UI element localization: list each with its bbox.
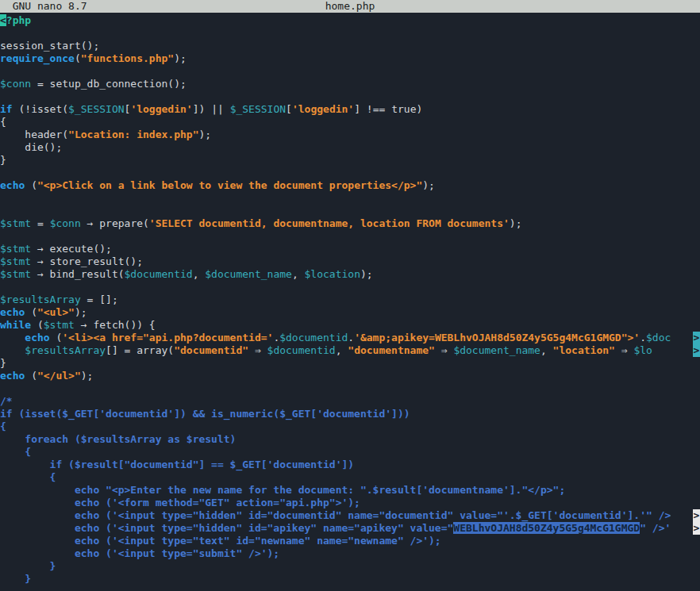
code-segment: echo: [0, 179, 25, 191]
code-line: echo ("<p>Click on a link below to view …: [0, 179, 700, 192]
code-segment: (: [25, 370, 37, 382]
code-segment: $documentid: [125, 268, 193, 280]
code-segment: .: [640, 332, 646, 343]
code-segment: echo: [0, 306, 25, 318]
code-line: [0, 167, 700, 179]
code-line: }: [0, 357, 700, 370]
code-segment: "documentid": [174, 344, 248, 356]
code-segment: $documentid: [279, 332, 348, 343]
code-line: [0, 281, 700, 294]
code-segment: echo: [0, 370, 25, 382]
code-line: if (isset($_GET['documentid']) && is_num…: [0, 408, 700, 420]
code-line: $stmt → execute();: [0, 243, 700, 255]
code-segment: "</ul>": [37, 370, 81, 382]
code-segment: $stmt: [0, 243, 31, 255]
code-line: {: [0, 446, 700, 459]
code-line: <?php: [0, 14, 700, 27]
line-truncation-marker-icon: >: [693, 344, 700, 357]
line-truncation-marker-icon: >: [693, 522, 700, 535]
code-line: while ($stmt → fetch()) {: [0, 319, 700, 332]
code-segment: ,: [193, 268, 206, 280]
code-line: /*: [0, 395, 700, 408]
code-line: session_start();: [0, 40, 700, 52]
code-segment: =: [31, 217, 49, 229]
code-segment: → bind_result(: [31, 268, 124, 280]
code-line: {: [0, 420, 700, 433]
code-segment: }: [0, 154, 6, 166]
code-segment: echo ('<input type="hidden" id="document…: [0, 509, 671, 521]
code-segment: }: [0, 357, 6, 369]
code-line: echo ("<ul>");: [0, 306, 700, 319]
code-line: {: [0, 471, 700, 484]
code-segment: {: [0, 471, 56, 483]
code-segment: echo ('<input type="hidden" id="apikey" …: [0, 522, 453, 534]
code-segment: if: [0, 103, 13, 115]
code-segment: echo "<p>Enter the new name for the docu…: [0, 484, 565, 496]
code-line: [0, 90, 700, 103]
code-line: echo ('<form method="GET" action="api.ph…: [0, 497, 700, 509]
line-truncation-marker-icon: >: [693, 509, 700, 522]
code-segment: );: [75, 306, 87, 318]
code-segment: $location: [305, 268, 360, 280]
code-segment: $doc: [646, 332, 671, 343]
code-segment: $resultsArray: [25, 344, 106, 356]
code-line: echo ('<input type="text" id="newname" n…: [0, 535, 700, 547]
code-segment: ,: [336, 344, 348, 356]
code-segment: = [];: [81, 294, 118, 305]
code-line: foreach ($resultsArray as $result): [0, 433, 700, 446]
code-segment: $lo: [633, 344, 652, 356]
code-segment: }: [0, 573, 31, 585]
code-segment: $conn: [0, 78, 31, 90]
code-line: header("Location: index.php");: [0, 129, 700, 141]
code-segment: session_start();: [0, 40, 99, 52]
code-segment: 'loggedin': [292, 103, 354, 115]
code-line: [0, 65, 700, 78]
code-segment: [] = array(: [106, 344, 174, 356]
code-segment: $stmt: [0, 255, 31, 267]
code-segment: $documentid: [267, 344, 336, 356]
code-segment: → execute();: [31, 243, 112, 255]
code-line: [0, 205, 700, 217]
code-segment: if ($result["documentid"] == $_GET['docu…: [0, 459, 354, 470]
code-line: if ($result["documentid"] == $_GET['docu…: [0, 459, 700, 471]
code-segment: require_once: [0, 52, 75, 64]
code-segment: $conn: [50, 217, 81, 229]
code-segment: $document_name: [453, 344, 540, 356]
code-segment: );: [81, 370, 94, 382]
code-segment: ?php: [6, 14, 31, 26]
code-segment: $document_name: [205, 268, 292, 280]
code-line: echo "<p>Enter the new name for the docu…: [0, 484, 700, 497]
nano-terminal-window: GNU nano 8.7 home.php <?phpsession_start…: [0, 0, 700, 591]
code-segment: → store_result();: [31, 255, 143, 267]
code-segment: → prepare(: [81, 217, 149, 229]
code-line: $conn = setup_db_connection();: [0, 78, 700, 90]
code-line: $resultsArray[] = array("documentid" ⇒ $…: [0, 344, 700, 357]
nano-version-label: GNU nano 8.7: [0, 0, 87, 13]
code-segment: $stmt: [0, 268, 31, 280]
code-line: require_once("functions.php");: [0, 52, 700, 65]
code-area[interactable]: <?phpsession_start();require_once("funct…: [0, 13, 700, 585]
code-segment: (: [25, 179, 37, 191]
code-segment: {: [0, 420, 6, 432]
code-line: [0, 27, 700, 40]
code-line: $stmt → bind_result($documentid, $docume…: [0, 268, 700, 281]
code-line: $stmt → store_result();: [0, 255, 700, 268]
code-segment: "documentname": [348, 344, 435, 356]
code-segment: );: [422, 179, 435, 191]
code-segment: .: [348, 332, 354, 343]
code-segment: echo ('<input type="submit" />');: [0, 547, 279, 559]
code-line: echo ('<input type="hidden" id="apikey" …: [0, 522, 700, 535]
code-segment: {: [0, 116, 6, 128]
code-line: }: [0, 560, 700, 573]
code-segment: (!isset(: [13, 103, 68, 115]
selected-text: WEBLhvOJAH8d50Z4y5G5g4McG1GMGD: [453, 522, 640, 534]
code-segment: if (isset($_GET['documentid']) && is_num…: [0, 408, 410, 420]
code-segment: );: [174, 52, 187, 64]
code-line: [0, 382, 700, 395]
code-segment: {: [0, 446, 31, 458]
code-segment: '&amp;apikey=WEBLhvOJAH8d50Z4y5G5g4McG1G…: [354, 332, 640, 343]
code-segment: ] !== true): [354, 103, 422, 115]
code-segment: (: [25, 306, 37, 318]
code-segment: → fetch()) {: [75, 319, 156, 331]
code-segment: [0, 332, 25, 343]
